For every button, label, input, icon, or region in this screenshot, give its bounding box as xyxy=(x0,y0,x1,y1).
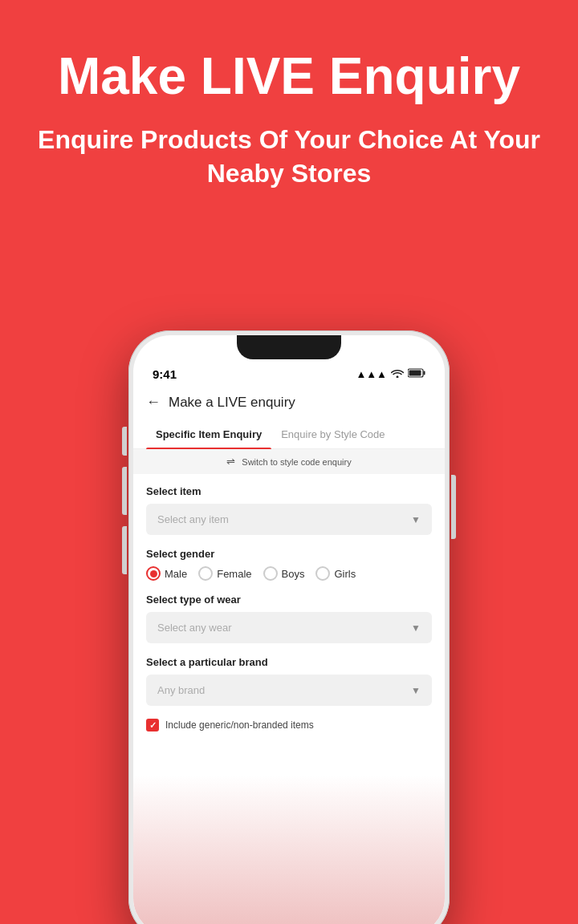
select-brand-dropdown[interactable]: Any brand ▼ xyxy=(146,675,432,706)
checkbox-check-icon: ✓ xyxy=(149,720,157,731)
radio-label-girls: Girls xyxy=(334,568,356,580)
select-item-label: Select item xyxy=(146,485,432,497)
phone-screen: 9:41 ▲▲▲ xyxy=(133,335,445,924)
header-title: Make a LIVE enquiry xyxy=(169,395,295,411)
radio-label-female: Female xyxy=(217,568,251,580)
screen-content: 9:41 ▲▲▲ xyxy=(133,335,445,924)
radio-girls[interactable]: Girls xyxy=(315,566,356,581)
wifi-icon xyxy=(391,368,404,380)
back-arrow-icon[interactable]: ← xyxy=(146,394,161,411)
checkbox-include-generic[interactable]: ✓ xyxy=(146,719,159,732)
tab-specific-item[interactable]: Specific Item Enquiry xyxy=(146,420,271,448)
app-header: ← Make a LIVE enquiry xyxy=(133,387,445,420)
radio-male[interactable]: Male xyxy=(146,566,187,581)
switch-banner[interactable]: ⇌ Switch to style code enquiry xyxy=(133,449,445,474)
select-wear-section: Select type of wear Select any wear ▼ xyxy=(146,594,432,643)
select-item-placeholder: Select any item xyxy=(157,513,229,525)
radio-female[interactable]: Female xyxy=(198,566,251,581)
radio-circle-male xyxy=(146,566,161,581)
form-content: Select item Select any item ▼ Select gen… xyxy=(133,474,445,924)
select-wear-dropdown[interactable]: Select any wear ▼ xyxy=(146,612,432,643)
switch-text: Switch to style code enquiry xyxy=(242,457,351,467)
radio-label-boys: Boys xyxy=(282,568,305,580)
phone-outer: 9:41 ▲▲▲ xyxy=(128,330,450,924)
volume-mute-button xyxy=(122,427,127,456)
tabs-container: Specific Item Enquiry Enquire by Style C… xyxy=(133,420,445,449)
radio-circle-boys xyxy=(263,566,278,581)
status-time: 9:41 xyxy=(153,367,177,381)
dropdown-arrow-wear-icon: ▼ xyxy=(411,622,421,634)
hero-section: Make LIVE Enquiry Enquire Products Of Yo… xyxy=(0,0,578,223)
select-brand-placeholder: Any brand xyxy=(157,684,205,696)
select-brand-section: Select a particular brand Any brand ▼ xyxy=(146,656,432,706)
dropdown-arrow-brand-icon: ▼ xyxy=(411,685,421,696)
hero-subtitle: Enquire Products Of Your Choice At Your … xyxy=(32,124,546,190)
hero-title: Make LIVE Enquiry xyxy=(32,48,546,104)
radio-boys[interactable]: Boys xyxy=(263,566,305,581)
select-wear-placeholder: Select any wear xyxy=(157,622,232,634)
phone-mockup: 9:41 ▲▲▲ xyxy=(128,330,450,924)
select-brand-label: Select a particular brand xyxy=(146,656,432,668)
switch-icon: ⇌ xyxy=(226,456,235,468)
gender-options: Male Female Boys xyxy=(146,566,432,581)
signal-icon: ▲▲▲ xyxy=(356,368,387,380)
dropdown-arrow-icon: ▼ xyxy=(411,514,421,525)
radio-label-male: Male xyxy=(165,568,187,580)
select-gender-section: Select gender Male Female xyxy=(146,548,432,581)
select-item-section: Select item Select any item ▼ xyxy=(146,485,432,535)
select-item-dropdown[interactable]: Select any item ▼ xyxy=(146,504,432,535)
volume-up-button xyxy=(122,467,127,515)
include-generic-checkbox-row[interactable]: ✓ Include generic/non-branded items xyxy=(146,719,432,732)
battery-icon xyxy=(408,368,425,380)
checkbox-label-include-generic: Include generic/non-branded items xyxy=(165,719,314,731)
svg-rect-2 xyxy=(409,371,421,376)
svg-rect-1 xyxy=(424,371,425,375)
volume-down-button xyxy=(122,526,127,574)
status-icons: ▲▲▲ xyxy=(356,368,425,380)
radio-circle-female xyxy=(198,566,213,581)
select-wear-label: Select type of wear xyxy=(146,594,432,606)
radio-inner-male xyxy=(150,570,157,578)
select-gender-label: Select gender xyxy=(146,548,432,560)
power-button xyxy=(451,475,456,539)
radio-circle-girls xyxy=(315,566,330,581)
tab-style-code[interactable]: Enquire by Style Code xyxy=(271,420,394,448)
phone-notch xyxy=(237,335,341,359)
